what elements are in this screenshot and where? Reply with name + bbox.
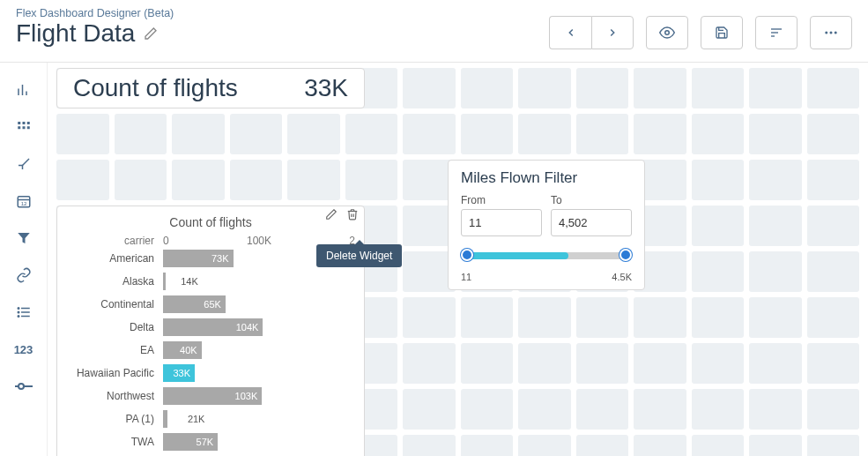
bar-category-label: Hawaiian Pacific xyxy=(66,367,163,379)
bar-category-label: EA xyxy=(66,344,163,356)
sidebar-list-icon[interactable] xyxy=(6,297,41,327)
svg-rect-12 xyxy=(26,122,29,124)
edit-widget-icon[interactable] xyxy=(325,208,338,221)
svg-rect-10 xyxy=(18,122,20,124)
nav-button-group xyxy=(549,16,634,49)
bar-category-label: TWA xyxy=(66,436,163,448)
bar[interactable]: 103K xyxy=(163,387,262,405)
metric-value: 33K xyxy=(304,74,348,102)
bar-category-label: Northwest xyxy=(66,390,163,402)
svg-point-24 xyxy=(18,311,19,313)
bar-category-label: Continental xyxy=(66,298,163,310)
range-slider[interactable] xyxy=(461,247,632,268)
sidebar-link-icon[interactable] xyxy=(6,260,41,290)
bar[interactable]: 104K xyxy=(163,318,263,336)
delete-tooltip: Delete Widget xyxy=(316,244,402,267)
sidebar-filter-icon[interactable] xyxy=(6,223,41,253)
bar-row: PA (1) 21K xyxy=(66,407,355,430)
svg-point-23 xyxy=(18,308,19,310)
slider-knob-min[interactable] xyxy=(461,249,473,261)
metric-widget[interactable]: Count of flights 33K xyxy=(56,68,365,108)
svg-point-5 xyxy=(830,32,833,34)
delete-widget-icon[interactable] xyxy=(346,208,359,221)
svg-text:12: 12 xyxy=(20,201,26,206)
page-title: Flight Data xyxy=(16,19,135,48)
bar[interactable]: 57K xyxy=(163,433,218,451)
bar[interactable]: 33K xyxy=(163,364,195,382)
back-button[interactable] xyxy=(549,16,591,49)
bar-category-label: Delta xyxy=(66,321,163,333)
chart-title: Count of flights xyxy=(66,215,355,229)
svg-rect-15 xyxy=(26,126,29,129)
bar-row: Alaska 14K xyxy=(66,270,355,293)
more-button[interactable] xyxy=(810,16,852,49)
bar-row: Northwest 103K xyxy=(66,385,355,407)
bar[interactable]: 65K xyxy=(163,295,226,313)
chart-dimension-label: carrier xyxy=(66,235,163,247)
bar-row: Continental 65K xyxy=(66,293,355,316)
sidebar-calendar-icon[interactable]: 12 xyxy=(6,186,41,216)
svg-point-4 xyxy=(825,32,827,34)
preview-button[interactable] xyxy=(646,16,688,49)
svg-rect-11 xyxy=(22,122,25,124)
edit-title-icon[interactable] xyxy=(144,26,158,41)
bar-category-label: PA (1) xyxy=(66,413,163,425)
slider-min-label: 11 xyxy=(461,272,471,282)
to-input[interactable] xyxy=(551,209,632,236)
bar[interactable]: 14K xyxy=(163,273,198,290)
from-input[interactable] xyxy=(461,209,542,236)
filter-widget[interactable]: Miles Flown Filter From To 11 4.5K xyxy=(448,160,645,290)
metric-title: Count of flights xyxy=(73,74,238,102)
slider-max-label: 4.5K xyxy=(612,272,632,282)
svg-rect-14 xyxy=(22,126,25,129)
svg-point-0 xyxy=(665,31,670,35)
sort-button[interactable] xyxy=(755,16,798,49)
bar-row: Delta 104K xyxy=(66,316,355,339)
svg-point-6 xyxy=(835,32,837,34)
bar-row: TWA 57K xyxy=(66,430,355,453)
chart-widget[interactable]: Count of flights carrier 0 100K 2 Americ… xyxy=(56,206,365,456)
sidebar-number-icon[interactable]: 123 xyxy=(6,334,41,364)
save-button[interactable] xyxy=(701,16,743,49)
bar-row: EA 40K xyxy=(66,339,355,362)
bar-row: American 73K xyxy=(66,247,355,270)
sidebar-table-icon[interactable] xyxy=(6,112,41,142)
bar-category-label: American xyxy=(66,252,163,265)
bar[interactable]: 40K xyxy=(163,341,202,359)
filter-title: Miles Flown Filter xyxy=(461,169,632,187)
from-label: From xyxy=(461,194,542,206)
bar-row: Hawaiian Pacific 33K xyxy=(66,362,355,385)
tool-sidebar: 12 123 xyxy=(0,63,48,456)
sidebar-chart-icon[interactable] xyxy=(6,75,41,105)
svg-point-25 xyxy=(18,316,19,318)
sidebar-slider-icon[interactable] xyxy=(6,371,41,401)
svg-rect-13 xyxy=(18,126,20,129)
bar[interactable]: 21K xyxy=(163,410,204,428)
app-subtitle: Flex Dashboard Designer (Beta) xyxy=(16,7,174,19)
bar-category-label: Alaska xyxy=(66,275,163,288)
to-label: To xyxy=(551,194,632,206)
forward-button[interactable] xyxy=(591,16,634,49)
slider-knob-max[interactable] xyxy=(619,249,632,261)
sidebar-import-icon[interactable] xyxy=(6,149,41,179)
bar[interactable]: 73K xyxy=(163,250,234,267)
svg-point-27 xyxy=(19,384,24,389)
svg-marker-19 xyxy=(18,233,30,243)
